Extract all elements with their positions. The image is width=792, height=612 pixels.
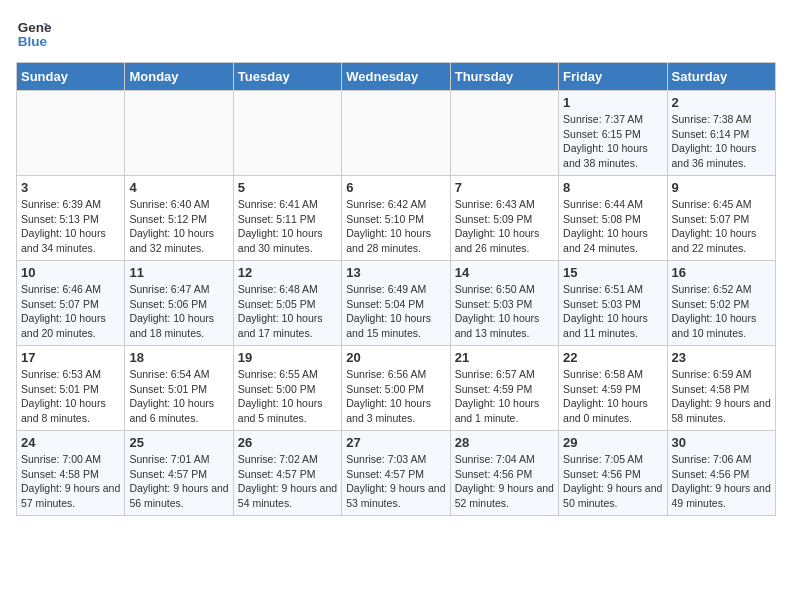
day-info: Sunrise: 6:50 AM Sunset: 5:03 PM Dayligh… (455, 282, 554, 341)
day-number: 15 (563, 265, 662, 280)
day-info: Sunrise: 6:55 AM Sunset: 5:00 PM Dayligh… (238, 367, 337, 426)
day-cell: 17Sunrise: 6:53 AM Sunset: 5:01 PM Dayli… (17, 346, 125, 431)
day-info: Sunrise: 7:01 AM Sunset: 4:57 PM Dayligh… (129, 452, 228, 511)
day-info: Sunrise: 6:47 AM Sunset: 5:06 PM Dayligh… (129, 282, 228, 341)
day-info: Sunrise: 6:39 AM Sunset: 5:13 PM Dayligh… (21, 197, 120, 256)
day-cell: 22Sunrise: 6:58 AM Sunset: 4:59 PM Dayli… (559, 346, 667, 431)
day-info: Sunrise: 7:38 AM Sunset: 6:14 PM Dayligh… (672, 112, 771, 171)
day-number: 25 (129, 435, 228, 450)
day-info: Sunrise: 6:58 AM Sunset: 4:59 PM Dayligh… (563, 367, 662, 426)
day-number: 8 (563, 180, 662, 195)
day-number: 11 (129, 265, 228, 280)
day-info: Sunrise: 7:02 AM Sunset: 4:57 PM Dayligh… (238, 452, 337, 511)
week-row-4: 17Sunrise: 6:53 AM Sunset: 5:01 PM Dayli… (17, 346, 776, 431)
day-info: Sunrise: 6:48 AM Sunset: 5:05 PM Dayligh… (238, 282, 337, 341)
day-number: 20 (346, 350, 445, 365)
day-cell: 1Sunrise: 7:37 AM Sunset: 6:15 PM Daylig… (559, 91, 667, 176)
day-cell: 14Sunrise: 6:50 AM Sunset: 5:03 PM Dayli… (450, 261, 558, 346)
logo: General Blue (16, 16, 52, 52)
day-cell: 29Sunrise: 7:05 AM Sunset: 4:56 PM Dayli… (559, 431, 667, 516)
day-number: 12 (238, 265, 337, 280)
day-cell: 18Sunrise: 6:54 AM Sunset: 5:01 PM Dayli… (125, 346, 233, 431)
day-number: 29 (563, 435, 662, 450)
day-number: 27 (346, 435, 445, 450)
day-cell: 5Sunrise: 6:41 AM Sunset: 5:11 PM Daylig… (233, 176, 341, 261)
day-number: 13 (346, 265, 445, 280)
day-info: Sunrise: 7:00 AM Sunset: 4:58 PM Dayligh… (21, 452, 120, 511)
day-info: Sunrise: 7:06 AM Sunset: 4:56 PM Dayligh… (672, 452, 771, 511)
day-number: 16 (672, 265, 771, 280)
day-cell: 4Sunrise: 6:40 AM Sunset: 5:12 PM Daylig… (125, 176, 233, 261)
day-cell: 28Sunrise: 7:04 AM Sunset: 4:56 PM Dayli… (450, 431, 558, 516)
day-cell: 21Sunrise: 6:57 AM Sunset: 4:59 PM Dayli… (450, 346, 558, 431)
header-row: SundayMondayTuesdayWednesdayThursdayFrid… (17, 63, 776, 91)
day-cell: 15Sunrise: 6:51 AM Sunset: 5:03 PM Dayli… (559, 261, 667, 346)
day-number: 3 (21, 180, 120, 195)
day-cell (17, 91, 125, 176)
day-cell: 7Sunrise: 6:43 AM Sunset: 5:09 PM Daylig… (450, 176, 558, 261)
day-info: Sunrise: 6:40 AM Sunset: 5:12 PM Dayligh… (129, 197, 228, 256)
day-cell: 16Sunrise: 6:52 AM Sunset: 5:02 PM Dayli… (667, 261, 775, 346)
day-info: Sunrise: 6:59 AM Sunset: 4:58 PM Dayligh… (672, 367, 771, 426)
day-info: Sunrise: 7:04 AM Sunset: 4:56 PM Dayligh… (455, 452, 554, 511)
day-cell: 10Sunrise: 6:46 AM Sunset: 5:07 PM Dayli… (17, 261, 125, 346)
day-cell: 6Sunrise: 6:42 AM Sunset: 5:10 PM Daylig… (342, 176, 450, 261)
day-number: 28 (455, 435, 554, 450)
day-number: 19 (238, 350, 337, 365)
day-number: 26 (238, 435, 337, 450)
day-number: 18 (129, 350, 228, 365)
week-row-2: 3Sunrise: 6:39 AM Sunset: 5:13 PM Daylig… (17, 176, 776, 261)
header-cell-sunday: Sunday (17, 63, 125, 91)
day-cell: 24Sunrise: 7:00 AM Sunset: 4:58 PM Dayli… (17, 431, 125, 516)
day-info: Sunrise: 6:54 AM Sunset: 5:01 PM Dayligh… (129, 367, 228, 426)
day-cell: 23Sunrise: 6:59 AM Sunset: 4:58 PM Dayli… (667, 346, 775, 431)
day-cell: 20Sunrise: 6:56 AM Sunset: 5:00 PM Dayli… (342, 346, 450, 431)
day-cell: 2Sunrise: 7:38 AM Sunset: 6:14 PM Daylig… (667, 91, 775, 176)
day-number: 30 (672, 435, 771, 450)
week-row-3: 10Sunrise: 6:46 AM Sunset: 5:07 PM Dayli… (17, 261, 776, 346)
day-cell: 26Sunrise: 7:02 AM Sunset: 4:57 PM Dayli… (233, 431, 341, 516)
day-info: Sunrise: 6:49 AM Sunset: 5:04 PM Dayligh… (346, 282, 445, 341)
day-info: Sunrise: 6:53 AM Sunset: 5:01 PM Dayligh… (21, 367, 120, 426)
day-info: Sunrise: 7:03 AM Sunset: 4:57 PM Dayligh… (346, 452, 445, 511)
header-cell-tuesday: Tuesday (233, 63, 341, 91)
day-info: Sunrise: 6:42 AM Sunset: 5:10 PM Dayligh… (346, 197, 445, 256)
day-info: Sunrise: 6:46 AM Sunset: 5:07 PM Dayligh… (21, 282, 120, 341)
day-cell: 30Sunrise: 7:06 AM Sunset: 4:56 PM Dayli… (667, 431, 775, 516)
day-cell: 9Sunrise: 6:45 AM Sunset: 5:07 PM Daylig… (667, 176, 775, 261)
day-cell (342, 91, 450, 176)
day-cell: 19Sunrise: 6:55 AM Sunset: 5:00 PM Dayli… (233, 346, 341, 431)
day-number: 21 (455, 350, 554, 365)
header: General Blue (16, 16, 776, 52)
day-number: 2 (672, 95, 771, 110)
day-info: Sunrise: 6:51 AM Sunset: 5:03 PM Dayligh… (563, 282, 662, 341)
day-number: 22 (563, 350, 662, 365)
day-cell: 25Sunrise: 7:01 AM Sunset: 4:57 PM Dayli… (125, 431, 233, 516)
day-number: 14 (455, 265, 554, 280)
day-cell (233, 91, 341, 176)
day-number: 1 (563, 95, 662, 110)
day-cell (450, 91, 558, 176)
week-row-1: 1Sunrise: 7:37 AM Sunset: 6:15 PM Daylig… (17, 91, 776, 176)
day-info: Sunrise: 6:52 AM Sunset: 5:02 PM Dayligh… (672, 282, 771, 341)
day-number: 9 (672, 180, 771, 195)
day-number: 4 (129, 180, 228, 195)
header-cell-thursday: Thursday (450, 63, 558, 91)
day-cell: 8Sunrise: 6:44 AM Sunset: 5:08 PM Daylig… (559, 176, 667, 261)
day-number: 24 (21, 435, 120, 450)
header-cell-friday: Friday (559, 63, 667, 91)
day-info: Sunrise: 6:43 AM Sunset: 5:09 PM Dayligh… (455, 197, 554, 256)
day-number: 10 (21, 265, 120, 280)
day-info: Sunrise: 6:57 AM Sunset: 4:59 PM Dayligh… (455, 367, 554, 426)
day-number: 5 (238, 180, 337, 195)
day-cell (125, 91, 233, 176)
day-number: 23 (672, 350, 771, 365)
day-number: 6 (346, 180, 445, 195)
day-cell: 3Sunrise: 6:39 AM Sunset: 5:13 PM Daylig… (17, 176, 125, 261)
day-info: Sunrise: 6:41 AM Sunset: 5:11 PM Dayligh… (238, 197, 337, 256)
day-cell: 13Sunrise: 6:49 AM Sunset: 5:04 PM Dayli… (342, 261, 450, 346)
day-number: 17 (21, 350, 120, 365)
day-number: 7 (455, 180, 554, 195)
day-cell: 12Sunrise: 6:48 AM Sunset: 5:05 PM Dayli… (233, 261, 341, 346)
day-info: Sunrise: 6:44 AM Sunset: 5:08 PM Dayligh… (563, 197, 662, 256)
